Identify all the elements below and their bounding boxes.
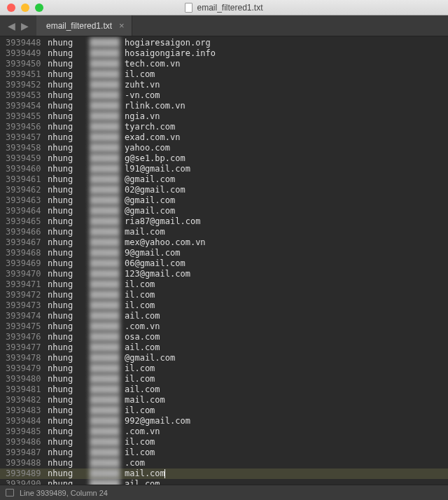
- editor-line[interactable]: 3939459nhung██████g@se1.bp.com: [0, 153, 448, 164]
- editor-line[interactable]: 3939466nhung██████mail.com: [0, 227, 448, 237]
- cell-col2-redacted: ██████: [90, 80, 125, 90]
- editor-line[interactable]: 3939457nhung██████exad.com.vn: [0, 132, 448, 143]
- editor-line[interactable]: 3939479nhung██████il.com: [0, 363, 448, 374]
- editor-line[interactable]: 3939484nhung██████992@gmail.com: [0, 416, 448, 426]
- cell-col3: il.com: [125, 437, 155, 447]
- editor-line[interactable]: 3939474nhung██████ail.com: [0, 311, 448, 321]
- cell-col1: nhung: [48, 321, 90, 332]
- cell-col3: il.com: [125, 290, 155, 300]
- editor-line[interactable]: 3939470nhung██████123@gmail.com: [0, 269, 448, 279]
- editor-line[interactable]: 3939490nhung██████ail.com: [0, 479, 448, 485]
- editor-line[interactable]: 3939488nhung██████.com: [0, 458, 448, 468]
- editor-line[interactable]: 3939448nhung██████hogiaresaigon.org: [0, 38, 448, 48]
- cell-col3: il.com: [125, 374, 155, 384]
- cell-col1: nhung: [48, 405, 90, 416]
- panel-icon[interactable]: [6, 489, 14, 496]
- cell-col1: nhung: [48, 185, 90, 195]
- editor-line[interactable]: 3939478nhung██████@gmail.com: [0, 353, 448, 363]
- cell-col3: il.com: [125, 300, 155, 311]
- close-button[interactable]: [7, 4, 15, 12]
- cell-col3: tyarch.com: [125, 122, 175, 132]
- line-number: 3939488: [6, 458, 48, 468]
- editor-line[interactable]: 3939475nhung██████.com.vn: [0, 321, 448, 332]
- cell-col3: ail.com: [125, 342, 160, 353]
- cell-col3: mail.com: [125, 468, 165, 479]
- editor-line[interactable]: 3939460nhung██████l91@gmail.com: [0, 164, 448, 174]
- cell-col3: 992@gmail.com: [125, 416, 190, 426]
- cell-col3: @gmail.com: [125, 174, 175, 185]
- editor-line[interactable]: 3939473nhung██████il.com: [0, 300, 448, 311]
- editor-line[interactable]: 3939450nhung██████tech.com.vn: [0, 59, 448, 69]
- cell-col1: nhung: [48, 143, 90, 153]
- line-number: 3939483: [6, 405, 48, 416]
- editor-line[interactable]: 3939451nhung██████il.com: [0, 69, 448, 80]
- editor-line[interactable]: 3939464nhung██████@gmail.com: [0, 206, 448, 216]
- cell-col1: nhung: [48, 237, 90, 248]
- editor-line[interactable]: 3939461nhung██████@gmail.com: [0, 174, 448, 185]
- cell-col1: nhung: [48, 174, 90, 185]
- cell-col2-redacted: ██████: [90, 269, 125, 279]
- editor-line[interactable]: 3939452nhung██████zuht.vn: [0, 80, 448, 90]
- editor-line[interactable]: 3939458nhung██████yahoo.com: [0, 143, 448, 153]
- editor-line[interactable]: 3939489nhung██████mail.com: [0, 468, 448, 479]
- editor-line[interactable]: 3939486nhung██████il.com: [0, 437, 448, 447]
- cell-col1: nhung: [48, 80, 90, 90]
- editor-line[interactable]: 3939477nhung██████ail.com: [0, 342, 448, 353]
- cell-col1: nhung: [48, 153, 90, 164]
- tab-close-icon[interactable]: ×: [119, 20, 125, 31]
- line-number: 3939465: [6, 216, 48, 227]
- cell-col3: ail.com: [125, 384, 160, 395]
- cell-col3: 9@gmail.com: [125, 248, 180, 258]
- nav-back-icon[interactable]: ◀: [6, 19, 18, 33]
- editor[interactable]: 3939448nhung██████hogiaresaigon.org39394…: [0, 36, 448, 485]
- tab-active[interactable]: email_filtered1.txt ×: [36, 15, 132, 36]
- editor-line[interactable]: 3939456nhung██████tyarch.com: [0, 122, 448, 132]
- line-number: 3939469: [6, 258, 48, 269]
- cell-col2-redacted: ██████: [90, 374, 125, 384]
- cell-col2-redacted: ██████: [90, 122, 125, 132]
- editor-line[interactable]: 3939455nhung██████ngia.vn: [0, 111, 448, 122]
- maximize-button[interactable]: [35, 4, 43, 12]
- line-number: 3939489: [6, 468, 48, 479]
- cell-col1: nhung: [48, 111, 90, 122]
- editor-line[interactable]: 3939472nhung██████il.com: [0, 290, 448, 300]
- editor-line[interactable]: 3939467nhung██████mex@yahoo.com.vn: [0, 237, 448, 248]
- editor-line[interactable]: 3939469nhung██████06@gmail.com: [0, 258, 448, 269]
- cell-col2-redacted: ██████: [90, 111, 125, 122]
- cell-col1: nhung: [48, 437, 90, 447]
- cell-col2-redacted: ██████: [90, 132, 125, 143]
- window-title: email_filtered1.txt: [0, 3, 448, 13]
- cell-col3: .com: [125, 458, 145, 468]
- editor-line[interactable]: 3939471nhung██████il.com: [0, 279, 448, 290]
- editor-line[interactable]: 3939454nhung██████rlink.com.vn: [0, 101, 448, 111]
- editor-line[interactable]: 3939449nhung██████hosaigongiare.info: [0, 48, 448, 59]
- cell-col2-redacted: ██████: [90, 101, 125, 111]
- traffic-lights: [0, 4, 43, 12]
- editor-line[interactable]: 3939453nhung██████-vn.com: [0, 90, 448, 101]
- editor-line[interactable]: 3939476nhung██████osa.com: [0, 332, 448, 342]
- cell-col2-redacted: ██████: [90, 195, 125, 206]
- editor-line[interactable]: 3939482nhung██████mail.com: [0, 395, 448, 405]
- line-number: 3939486: [6, 437, 48, 447]
- editor-line[interactable]: 3939480nhung██████il.com: [0, 374, 448, 384]
- editor-line[interactable]: 3939463nhung██████@gmail.com: [0, 195, 448, 206]
- editor-line[interactable]: 3939483nhung██████il.com: [0, 405, 448, 416]
- cell-col3: @gmail.com: [125, 195, 175, 206]
- cell-col3: il.com: [125, 69, 155, 80]
- minimize-button[interactable]: [21, 4, 29, 12]
- cell-col2-redacted: ██████: [90, 363, 125, 374]
- editor-line[interactable]: 3939465nhung██████ria87@gmail.com: [0, 216, 448, 227]
- editor-line[interactable]: 3939462nhung██████02@gmail.com: [0, 185, 448, 195]
- line-number: 3939450: [6, 59, 48, 69]
- editor-line[interactable]: 3939481nhung██████ail.com: [0, 384, 448, 395]
- cell-col2-redacted: ██████: [90, 248, 125, 258]
- line-number: 3939470: [6, 269, 48, 279]
- line-number: 3939460: [6, 164, 48, 174]
- cell-col1: nhung: [48, 374, 90, 384]
- nav-forward-icon[interactable]: ▶: [19, 19, 31, 33]
- editor-line[interactable]: 3939468nhung██████9@gmail.com: [0, 248, 448, 258]
- editor-line[interactable]: 3939487nhung██████il.com: [0, 447, 448, 458]
- cell-col2-redacted: ██████: [90, 290, 125, 300]
- cell-col2-redacted: ██████: [90, 479, 125, 485]
- editor-line[interactable]: 3939485nhung██████.com.vn: [0, 426, 448, 437]
